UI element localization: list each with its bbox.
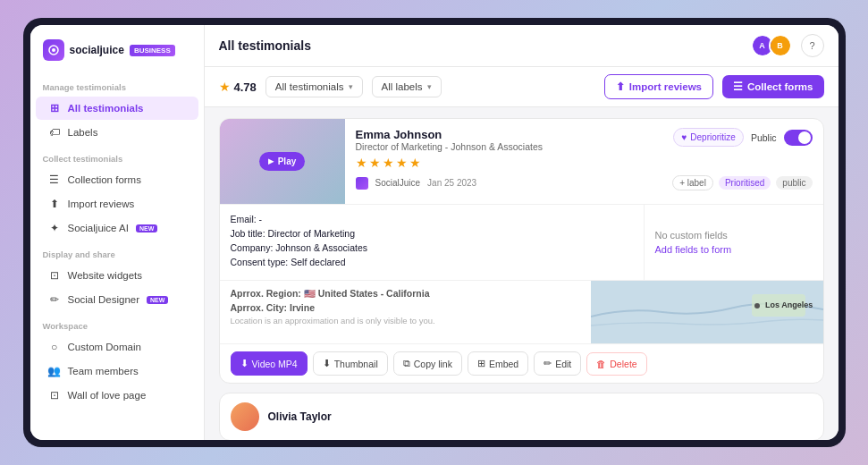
play-icon: ▶ [268, 157, 274, 165]
job-title-row: Job title: Director of Marketing [231, 228, 633, 239]
import-icon: ⬆ [616, 80, 625, 93]
job-title-value: Director of Marketing [268, 228, 355, 239]
add-label-button[interactable]: + label [672, 175, 713, 190]
star-2: ★ [369, 156, 381, 170]
filter-testimonials-label: All testimonials [275, 81, 344, 92]
region-label: Aprrox. Region: [231, 288, 301, 299]
sidebar-item-wall-of-love[interactable]: ⊡ Wall of love page [36, 384, 198, 407]
copy-link-button[interactable]: ⧉ Copy link [393, 351, 462, 376]
app-window: socialjuice BUSINESS Manage testimonials… [30, 25, 839, 440]
edit-label: Edit [555, 359, 571, 369]
widget-icon: ⊡ [48, 269, 61, 282]
svg-text:Los Angeles: Los Angeles [765, 300, 813, 309]
detail-left: Email: - Job title: Director of Marketin… [220, 205, 645, 280]
sidebar-item-collection-forms[interactable]: ☰ Collection forms [36, 168, 198, 191]
upload-icon: ⬆ [48, 198, 61, 210]
deprioritize-button[interactable]: ♥ Deprioritize [673, 128, 744, 147]
person-title: Director of Marketing - Johnson & Associ… [356, 141, 544, 152]
video-mp4-button[interactable]: ⬇ Video MP4 [231, 351, 308, 376]
email-row: Email: - [231, 214, 633, 224]
consent-row: Consent type: Self declared [231, 257, 633, 267]
sidebar-item-team-members[interactable]: 👥 Team members [36, 359, 198, 383]
designer-icon: ✏ [48, 293, 61, 306]
city-row: Aprrox. City: Irvine [231, 302, 580, 313]
trash-icon: 🗑 [596, 359, 606, 369]
video-mp4-label: Video MP4 [252, 359, 298, 369]
sidebar-item-socialjuice-ai[interactable]: ✦ Socialjuice AI NEW [36, 216, 198, 240]
sidebar-item-social-designer[interactable]: ✏ Social Designer NEW [36, 288, 198, 311]
sidebar-item-label: All testimonials [68, 103, 144, 114]
new-badge-designer: NEW [147, 296, 168, 304]
testimonial-card-2: Olivia Taylor [219, 393, 824, 440]
svg-point-1 [52, 48, 55, 52]
map-svg: Los Angeles [591, 281, 823, 343]
testimonial-card: ▶ Play Emma Johnson Director of Marketin… [219, 118, 824, 384]
card-info: Emma Johnson Director of Marketing - Joh… [345, 119, 823, 204]
copy-link-label: Copy link [414, 359, 452, 369]
collect-forms-button[interactable]: ☰ Collect forms [722, 75, 824, 98]
consent-value: Self declared [291, 257, 345, 267]
thumbnail-button[interactable]: ⬇ Thumbnail [313, 351, 388, 376]
sidebar-logo: socialjuice BUSINESS [30, 36, 204, 73]
card-actions-bottom: ⬇ Video MP4 ⬇ Thumbnail ⧉ Copy link ⊞ [220, 343, 823, 383]
sidebar-item-all-testimonials[interactable]: ⊞ All testimonials [36, 97, 198, 120]
grid-icon: ⊞ [48, 102, 61, 114]
star-1: ★ [356, 156, 367, 170]
socialjuice-logo-small [356, 177, 368, 190]
sidebar-item-label: Import reviews [68, 199, 135, 209]
region-row: Aprrox. Region: 🇺🇸 United States - Calif… [231, 288, 580, 300]
card-top: ▶ Play Emma Johnson Director of Marketin… [220, 119, 823, 204]
meta-date: Jan 25 2023 [427, 178, 476, 188]
main-content: All testimonials A B ? ★ [205, 25, 839, 440]
domain-icon: ○ [48, 341, 61, 353]
add-fields-link[interactable]: Add fields to form [655, 244, 813, 255]
location-note: Location is an approximation and is only… [231, 316, 580, 326]
avatars: A B [751, 34, 792, 57]
person-name-2: Olivia Taylor [268, 410, 332, 423]
import-reviews-button[interactable]: ⬆ Import reviews [604, 74, 713, 99]
page-title: All testimonials [219, 38, 311, 53]
filter-testimonials[interactable]: All testimonials ▾ [265, 76, 363, 97]
region-value: United States - California [318, 288, 430, 299]
sidebar-item-custom-domain[interactable]: ○ Custom Domain [36, 335, 198, 359]
rating-number: 4.78 [234, 80, 257, 94]
map-area: Los Angeles [591, 281, 823, 343]
filter-labels[interactable]: All labels ▾ [372, 76, 442, 97]
avatar-olivia [231, 402, 259, 431]
sidebar-item-label: Socialjuice AI [68, 223, 129, 233]
region-flag: 🇺🇸 [304, 288, 318, 299]
play-button[interactable]: ▶ Play [259, 152, 306, 171]
public-tag: public [776, 176, 812, 190]
tag-icon: 🏷 [48, 126, 61, 139]
deprioritize-label: Deprioritize [690, 132, 736, 142]
embed-button[interactable]: ⊞ Embed [468, 351, 528, 376]
filter-labels-label: All labels [382, 81, 423, 92]
person-name: Emma Johnson [356, 128, 544, 141]
logo-text: socialjuice [70, 44, 124, 56]
ai-icon: ✦ [48, 222, 61, 234]
sidebar-item-import-reviews[interactable]: ⬆ Import reviews [36, 192, 198, 216]
star-4: ★ [396, 156, 408, 170]
download-icon: ⬇ [240, 358, 249, 369]
rating-display: ★ 4.78 [219, 80, 257, 94]
city-label: Aprrox. City: [231, 302, 288, 313]
logo-icon [43, 39, 64, 61]
topbar: All testimonials A B ? [205, 25, 839, 67]
topbar-right: A B ? [751, 34, 824, 57]
public-toggle[interactable] [784, 130, 813, 146]
sidebar-item-website-widgets[interactable]: ⊡ Website widgets [36, 264, 198, 287]
avatar-circle-2: B [771, 36, 790, 55]
card-actions-top: ♥ Deprioritize Public [673, 128, 812, 147]
image-icon: ⬇ [323, 358, 331, 369]
list-icon: ☰ [48, 173, 61, 186]
company-label: Company: [231, 242, 276, 253]
help-button[interactable]: ? [801, 34, 824, 57]
card-details: Email: - Job title: Director of Marketin… [220, 204, 823, 280]
sidebar-item-label: Labels [68, 127, 98, 138]
company-row: Company: Johnson & Associates [231, 242, 633, 253]
heart-icon: ♥ [681, 132, 687, 142]
city-value: Irvine [290, 302, 315, 313]
sidebar-item-labels[interactable]: 🏷 Labels [36, 121, 198, 144]
delete-button[interactable]: 🗑 Delete [586, 352, 646, 376]
edit-button[interactable]: ✏ Edit [534, 351, 581, 376]
